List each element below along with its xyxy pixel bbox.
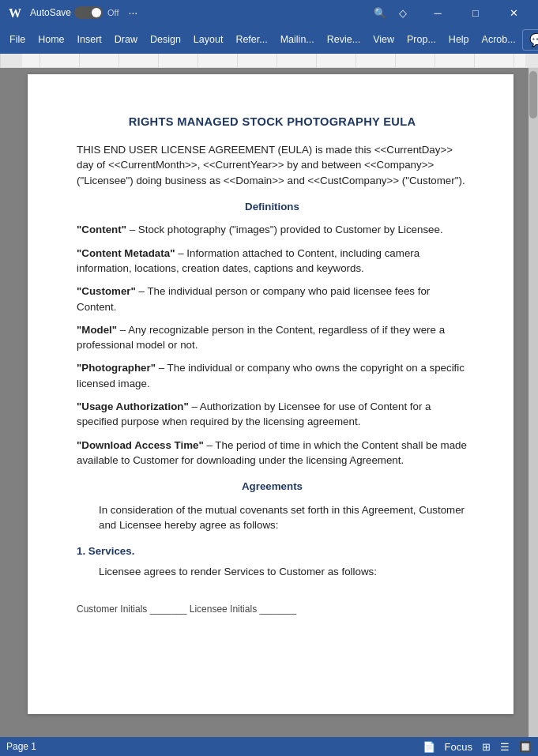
menu-bar: File Home Insert Draw Design Layout Refe…	[0, 25, 538, 54]
comment-icon: 💬	[529, 33, 538, 47]
definition-model: "Model" – Any recognizable person in the…	[77, 322, 468, 353]
initials-line: Customer Initials _______ Licensee Initi…	[77, 603, 468, 616]
menu-help[interactable]: Help	[442, 31, 476, 48]
document-title: RIGHTS MANAGED STOCK PHOTOGRAPHY EULA	[77, 115, 468, 128]
menu-design[interactable]: Design	[144, 31, 187, 48]
definition-customer: "Customer" – The individual person or co…	[77, 284, 468, 314]
status-bar: Page 1 📄 Focus ⊞ ☰ 🔲	[0, 737, 538, 756]
def-term-3: "Model"	[77, 324, 117, 336]
section1-body: Licensee agrees to render Services to Cu…	[77, 564, 468, 579]
page-number-label: Page 1	[6, 741, 36, 752]
menu-acrobat[interactable]: Acrob...	[476, 31, 522, 48]
window-controls: ─ □ ✕	[419, 0, 532, 25]
menu-properties[interactable]: Prop...	[401, 31, 442, 48]
vertical-scrollbar[interactable]	[529, 68, 538, 737]
focus-label[interactable]: Focus	[445, 741, 472, 753]
def-term-4: "Photographer"	[77, 362, 156, 374]
agreements-intro: In consideration of the mutual covenants…	[77, 502, 468, 533]
autosave-label: AutoSave	[30, 7, 71, 18]
def-body-3: – Any recognizable person in the Content…	[77, 324, 445, 351]
ruler	[0, 54, 538, 68]
word-logo: W	[6, 4, 24, 21]
ruler-right-margin	[525, 54, 538, 67]
definition-usage-auth: "Usage Authorization" – Authorization by…	[77, 399, 468, 430]
diamond-button[interactable]: ◇	[399, 7, 407, 19]
menu-references[interactable]: Refer...	[229, 31, 273, 48]
search-icon: 🔍	[374, 7, 386, 19]
print-layout-icon[interactable]: ☰	[500, 741, 510, 753]
main-area: RIGHTS MANAGED STOCK PHOTOGRAPHY EULA TH…	[0, 68, 538, 737]
title-bar: W AutoSave Off ··· 🔍 ◇ ─ □ ✕	[0, 0, 538, 25]
maximize-button[interactable]: □	[457, 0, 494, 25]
definition-content-metadata: "Content Metadata" – Information attache…	[77, 246, 468, 276]
menu-layout[interactable]: Layout	[187, 31, 230, 48]
def-term-2: "Customer"	[77, 285, 136, 297]
status-icons: 📄 Focus ⊞ ☰ 🔲	[423, 741, 532, 753]
svg-text:W: W	[9, 6, 21, 20]
menu-home[interactable]: Home	[32, 31, 70, 48]
def-term-1: "Content Metadata"	[77, 247, 175, 259]
minimize-button[interactable]: ─	[419, 0, 456, 25]
close-button[interactable]: ✕	[495, 0, 532, 25]
menu-file[interactable]: File	[3, 31, 32, 48]
autosave-state: Off	[107, 8, 119, 17]
def-term-6: "Download Access Time"	[77, 439, 204, 451]
autosave-control: AutoSave Off	[30, 6, 119, 19]
def-term-5: "Usage Authorization"	[77, 401, 189, 412]
menu-review[interactable]: Revie...	[321, 31, 367, 48]
autosave-toggle[interactable]	[74, 6, 103, 19]
definition-content: "Content" – Stock photography ("images")…	[77, 222, 468, 237]
intro-paragraph: THIS END USER LICENSE AGREEMENT (EULA) i…	[77, 142, 468, 188]
toggle-knob	[92, 8, 101, 17]
menu-draw[interactable]: Draw	[108, 31, 144, 48]
left-margin-bar	[0, 68, 13, 737]
scrollbar-thumb[interactable]	[529, 71, 537, 118]
menu-mailings[interactable]: Mailin...	[274, 31, 321, 48]
menu-insert[interactable]: Insert	[71, 31, 108, 48]
word-count-icon[interactable]: 📄	[423, 741, 435, 753]
comment-button[interactable]: 💬	[522, 29, 538, 51]
layout-icon[interactable]: ⊞	[482, 741, 491, 753]
menu-view[interactable]: View	[367, 31, 401, 48]
more-commands[interactable]: ···	[129, 6, 138, 19]
diamond-icon: ◇	[399, 7, 407, 19]
def-term-0: "Content"	[77, 224, 126, 235]
document-page: RIGHTS MANAGED STOCK PHOTOGRAPHY EULA TH…	[28, 74, 514, 714]
definition-download-access: "Download Access Time" – The period of t…	[77, 438, 468, 468]
section1-heading: 1. Services.	[77, 543, 468, 559]
definitions-heading: Definitions	[77, 199, 468, 214]
document-body: THIS END USER LICENSE AGREEMENT (EULA) i…	[77, 142, 468, 616]
def-body-0: – Stock photography ("images") provided …	[126, 224, 443, 235]
ruler-markers	[0, 54, 538, 67]
definition-photographer: "Photographer" – The individual or compa…	[77, 360, 468, 391]
document-area[interactable]: RIGHTS MANAGED STOCK PHOTOGRAPHY EULA TH…	[13, 68, 529, 737]
search-area[interactable]: 🔍	[374, 7, 386, 19]
zoom-icon[interactable]: 🔲	[519, 741, 532, 753]
agreements-heading: Agreements	[77, 479, 468, 494]
